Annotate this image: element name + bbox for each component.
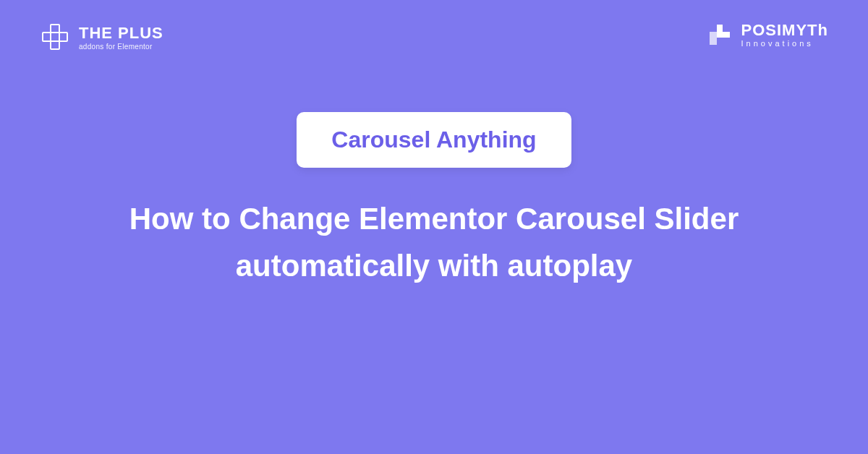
brand-right-title: POSIMYTh — [741, 22, 828, 39]
brand-right-subtitle: Innovations — [741, 39, 828, 48]
brand-right-text: POSIMYTh Innovations — [741, 22, 828, 48]
plus-logo-icon — [40, 22, 70, 52]
posimyth-logo-icon — [707, 22, 733, 48]
brand-left-text: THE PLUS addons for Elementor — [79, 24, 163, 51]
brand-left: THE PLUS addons for Elementor — [40, 22, 163, 52]
svg-rect-0 — [51, 25, 59, 49]
category-badge-label: Carousel Anything — [331, 127, 536, 153]
brand-right: POSIMYTh Innovations — [707, 22, 828, 48]
content: Carousel Anything How to Change Elemento… — [0, 112, 868, 289]
brand-left-title: THE PLUS — [79, 24, 163, 43]
category-badge: Carousel Anything — [297, 112, 571, 168]
svg-rect-1 — [43, 33, 67, 41]
header: THE PLUS addons for Elementor POSIMYTh I… — [0, 0, 868, 74]
main-title: How to Change Elementor Carousel Slider … — [109, 195, 760, 289]
brand-left-subtitle: addons for Elementor — [79, 43, 163, 51]
